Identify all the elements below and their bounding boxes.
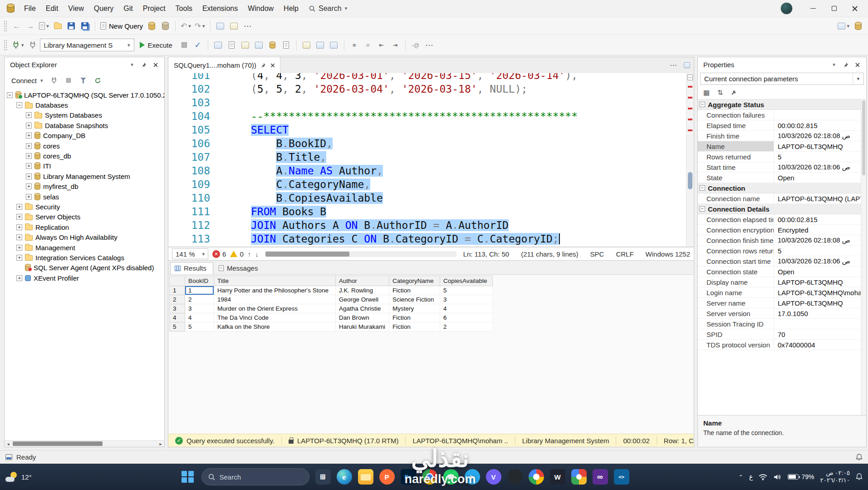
property-row[interactable]: Rows returned5	[698, 152, 866, 162]
tree-item-company-db[interactable]: +Company_DB	[5, 131, 164, 141]
new-query-file-button[interactable]: ▾	[38, 19, 50, 33]
property-row[interactable]: Connection rows returne5	[698, 246, 866, 256]
property-row[interactable]: NameLAPTOP-6LT3QMHQ	[698, 141, 866, 152]
code-line-113[interactable]: 113JOIN Categories C ON B.CategoryID = C…	[168, 232, 686, 246]
code-editor[interactable]: 101(4, 4, 3, '2026-03-01', '2026-03-15',…	[168, 73, 694, 247]
estimated-plan-button[interactable]	[212, 38, 225, 52]
alphabetical-button[interactable]: ⇅	[714, 87, 726, 98]
wlanguage-icon[interactable]: W	[550, 469, 565, 485]
property-row[interactable]: Elapsed time00:00:02.815	[698, 120, 866, 131]
tree-item-xevent-profiler[interactable]: +XEvent Profiler	[5, 273, 164, 283]
zoom-selector[interactable]: 141 % ▾	[172, 248, 208, 259]
expand-icon[interactable]: +	[16, 234, 22, 240]
filter-button[interactable]	[77, 74, 89, 87]
tree-item-cores-db[interactable]: +cores_db	[5, 151, 164, 161]
scroll-right-icon[interactable]: ▸	[157, 441, 164, 446]
parse-button[interactable]: ✓	[191, 38, 204, 52]
registered-servers-button[interactable]	[228, 19, 240, 33]
tray-overflow-icon[interactable]: ⌃	[738, 474, 743, 480]
grid-cell[interactable]: J.K. Rowling	[336, 286, 389, 295]
property-row[interactable]: Connection elapsed tim00:00:02.815	[698, 214, 866, 225]
minimize-button[interactable]	[803, 0, 824, 17]
grid-cell[interactable]: Murder on the Orient Express	[214, 304, 336, 313]
execute-button[interactable]: Execute	[135, 38, 177, 52]
expand-icon[interactable]: +	[26, 194, 32, 200]
maximize-button[interactable]	[824, 0, 844, 17]
grid-cell[interactable]: Mystery	[389, 304, 440, 313]
live-stats-button[interactable]	[266, 38, 279, 52]
collapse-icon[interactable]: −	[700, 185, 705, 191]
pin-button[interactable]	[840, 59, 852, 70]
code-line-101[interactable]: 101(4, 4, 3, '2026-03-01', '2026-03-15',…	[168, 73, 686, 82]
column-header-title[interactable]: Title	[214, 276, 336, 286]
grid-cell[interactable]: 5	[185, 322, 214, 332]
row-header[interactable]: 3	[170, 304, 185, 313]
panel-menu-button[interactable]: ▾	[126, 59, 138, 70]
column-header-categoryname[interactable]: CategoryName	[389, 276, 440, 286]
column-header-author[interactable]: Author	[336, 276, 389, 286]
scrollbar-thumb[interactable]	[265, 252, 349, 257]
uncomment-button[interactable]: ≡	[362, 38, 374, 52]
visual-studio-icon[interactable]: ∞	[593, 469, 608, 485]
results-to-grid-button[interactable]	[314, 38, 327, 52]
expand-icon[interactable]: +	[26, 112, 32, 118]
grid-cell[interactable]: Fiction	[389, 286, 440, 295]
code-line-110[interactable]: 110 B.CopiesAvailable	[168, 191, 686, 205]
toolbar-drag-handle-2[interactable]	[4, 40, 7, 50]
connect-dropdown[interactable]: Connect ▾	[8, 74, 46, 87]
close-panel-button[interactable]	[150, 59, 162, 70]
property-row[interactable]: TDS protocol version0x74000004	[698, 340, 866, 350]
taskbar-search[interactable]: Search	[201, 468, 309, 485]
grid-cell[interactable]: Agatha Christie	[336, 304, 389, 313]
menu-query[interactable]: Query	[89, 2, 119, 15]
grid-cell[interactable]: 1984	[214, 295, 336, 304]
grid-cell[interactable]: 3	[440, 295, 493, 304]
query-options-button[interactable]	[226, 38, 238, 52]
tree-item-security[interactable]: +Security	[5, 202, 164, 212]
code-line-111[interactable]: 111FROM Books B	[168, 205, 686, 218]
intellisense-button[interactable]	[239, 38, 252, 52]
tree-item-laptop-6lt3qmhq-sql-server-17-0-1050-2-l[interactable]: −LAPTOP-6LT3QMHQ (SQL Server 17.0.1050.2…	[5, 90, 164, 100]
tree-item-cores[interactable]: +cores	[5, 141, 164, 151]
tree-item-databases[interactable]: −Databases	[5, 100, 164, 110]
collapse-icon[interactable]: −	[700, 102, 705, 107]
scrollbar-thumb[interactable]	[862, 100, 865, 175]
collapse-icon[interactable]: −	[7, 92, 13, 98]
viber-icon[interactable]: V	[486, 469, 501, 485]
forward-button[interactable]: →	[24, 19, 37, 33]
grid-cell[interactable]: 5	[440, 286, 493, 295]
cancel-query-button[interactable]	[178, 38, 191, 52]
tree-item-always-on-high-availability[interactable]: +Always On High Availability	[5, 232, 164, 242]
pin-button[interactable]	[138, 59, 150, 70]
save-button[interactable]	[65, 19, 78, 33]
grid-cell[interactable]: 2	[440, 322, 493, 332]
expand-icon[interactable]: +	[16, 275, 22, 281]
expand-icon[interactable]: +	[16, 224, 22, 230]
scrollbar-thumb[interactable]	[13, 441, 103, 446]
redo-button[interactable]: ↷▾	[193, 19, 206, 33]
scrollbar-thumb[interactable]	[688, 172, 692, 189]
menu-window[interactable]: Window	[243, 2, 279, 15]
code-line-104[interactable]: 104--***********************************…	[168, 109, 686, 123]
undo-button[interactable]: ↶▾	[179, 19, 192, 33]
clock[interactable]: ٠٢:٠٥ ص ٢٠٢٦/٠٣/١٠	[820, 470, 850, 484]
feedback-button[interactable]: ▾	[836, 19, 851, 33]
code-line-105[interactable]: 105SELECT	[168, 123, 686, 137]
postman-icon[interactable]: P	[379, 469, 395, 485]
grid-cell[interactable]: 3	[185, 304, 214, 313]
expand-icon[interactable]: +	[26, 133, 32, 139]
grid-cell[interactable]: Fiction	[389, 313, 440, 322]
tree-item-management[interactable]: +Management	[5, 243, 164, 252]
increase-indent-button[interactable]: ⇥	[389, 38, 402, 52]
menu-tools[interactable]: Tools	[171, 2, 197, 15]
row-header[interactable]: 4	[170, 313, 185, 322]
connect-button[interactable]: ▾	[10, 38, 25, 52]
grid-cell[interactable]: Haruki Murakami	[336, 322, 389, 332]
expand-icon[interactable]: +	[16, 255, 22, 261]
grid-cell[interactable]: 2	[185, 295, 214, 304]
warning-count[interactable]: 0	[230, 250, 243, 258]
menu-search[interactable]: Search ▾	[304, 2, 353, 15]
grid-cell[interactable]: Kafka on the Shore	[214, 322, 336, 332]
vscode-icon[interactable]: <>	[614, 469, 629, 485]
editor-hscrollbar[interactable]	[265, 251, 456, 257]
